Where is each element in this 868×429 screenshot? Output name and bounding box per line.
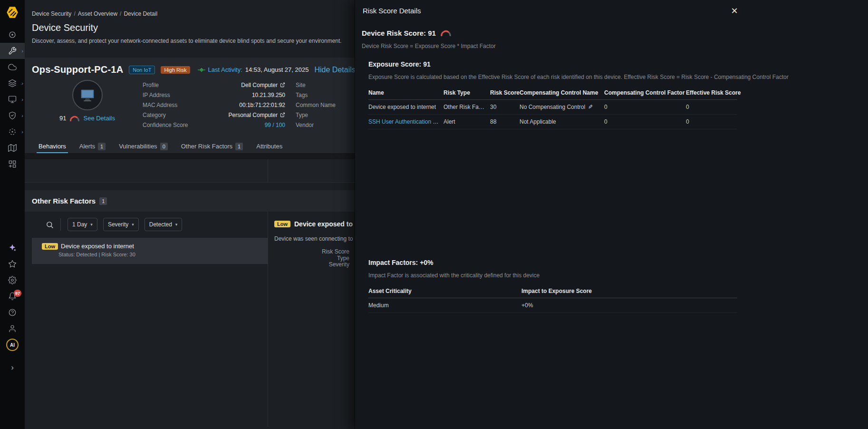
edit-icon[interactable]: ✎ <box>588 104 593 110</box>
cloud-icon <box>8 63 17 71</box>
risk-factor-list-item[interactable]: Low Device exposed to internet Status: D… <box>32 238 268 264</box>
device-risk-score-line: Device Risk Score: 91 <box>362 29 861 37</box>
sidebar-item-map[interactable] <box>0 140 25 156</box>
last-activity: Last Activity: 14:53, August 27, 2025 <box>198 66 309 73</box>
hide-details-link[interactable]: Hide Details <box>314 66 355 74</box>
sidebar-item-ai-profile[interactable]: AI <box>0 337 25 353</box>
exposure-score-section: Exposure Score: 91 Exposure Score is cal… <box>362 60 861 129</box>
sidebar-nav-bottom: 97 AI › <box>0 240 25 376</box>
tab-other-risk-factors[interactable]: Other Risk Factors1 <box>174 139 250 153</box>
tab-behaviors[interactable]: Behaviors <box>32 139 73 153</box>
field-profile: Profile Dell Computer <box>143 80 285 90</box>
impact-table-row: Medium +0% <box>368 298 737 313</box>
sidebar-item-cloud[interactable] <box>0 59 25 75</box>
breadcrumb-device-security[interactable]: Device Security <box>32 10 71 17</box>
sparkle-icon <box>8 244 17 252</box>
sidebar-item-ai-assistant[interactable] <box>0 240 25 256</box>
sidebar-item-apps[interactable] <box>0 156 25 172</box>
tab-count-badge: 0 <box>160 143 168 150</box>
device-avatar-block: 91 See Details <box>32 80 143 130</box>
section-title: Other Risk Factors <box>32 197 96 205</box>
activity-pulse-icon <box>198 68 205 72</box>
chevron-down-icon: ▾ <box>90 222 93 227</box>
sidebar-item-assets[interactable]: › <box>0 75 25 91</box>
search-icon[interactable] <box>46 221 54 229</box>
field-value: 10.21.39.250 <box>252 92 285 98</box>
severity-dropdown[interactable]: Severity ▾ <box>103 218 139 231</box>
exposure-table-row: Device exposed to internet Other Risk Fa… <box>368 100 737 115</box>
target-icon <box>8 30 17 39</box>
risk-factor-status: Status: Detected | Risk Score: 30 <box>58 252 268 257</box>
exposure-score-description: Exposure Score is calculated based on th… <box>368 74 861 80</box>
sidebar-item-help[interactable] <box>0 304 25 321</box>
sidebar-item-devices[interactable]: › <box>0 91 25 107</box>
col-compensating-control-name: Compensating Control Name <box>520 87 604 100</box>
severity-badge: Low <box>274 221 290 227</box>
sidebar-item-settings[interactable] <box>0 272 25 288</box>
sidebar-item-notifications[interactable]: 97 <box>0 288 25 304</box>
sidebar-item-discover[interactable] <box>0 27 25 43</box>
cell-effective-score: 0 <box>686 115 737 129</box>
risk-level-badge: High Risk <box>161 66 190 74</box>
filter-divider <box>60 218 61 231</box>
impact-factors-section: Impact Factors: +0% Impact Factor is ass… <box>362 259 861 313</box>
status-dropdown[interactable]: Detected ▾ <box>145 218 183 231</box>
computer-icon <box>78 88 96 102</box>
detail-label-risk-score: Risk Score <box>274 249 349 255</box>
sidebar-item-favorites[interactable] <box>0 256 25 272</box>
field-label: Confidence Score <box>143 122 188 128</box>
field-label: Site <box>296 82 306 88</box>
exposure-table-row: SSH User Authentication Brute... Alert 8… <box>368 115 737 129</box>
question-icon <box>8 308 17 317</box>
last-activity-label: Last Activity: <box>208 66 242 73</box>
category-link[interactable]: Personal Computer <box>229 112 285 118</box>
col-compensating-control-factor: Compensating Control Factor <box>604 87 686 100</box>
sidebar-expand-button[interactable]: › <box>0 360 25 376</box>
chevron-down-icon: ▾ <box>132 222 134 227</box>
shield-check-icon <box>8 111 17 120</box>
ai-avatar: AI <box>6 339 19 351</box>
cell-control-factor: 0 <box>604 100 686 115</box>
panel-title: Risk Score Details <box>355 0 868 15</box>
brand-logo-icon[interactable] <box>5 5 19 20</box>
sidebar-item-integrations[interactable]: › <box>0 124 25 140</box>
see-details-link[interactable]: See Details <box>83 115 115 122</box>
breadcrumb-device-detail[interactable]: Device Detail <box>124 10 157 17</box>
dashed-circle-icon <box>8 127 17 136</box>
field-value: 00:1b:71:22:01:92 <box>239 102 285 108</box>
field-category: Category Personal Computer <box>143 110 285 120</box>
profile-link[interactable]: Dell Computer <box>241 82 285 88</box>
col-name: Name <box>368 87 444 100</box>
wrench-icon <box>8 47 17 55</box>
monitor-icon <box>8 95 17 104</box>
field-label: Tags <box>296 92 308 98</box>
sidebar-item-user[interactable] <box>0 321 25 337</box>
severity-badge: Low <box>42 243 58 250</box>
close-icon[interactable]: ✕ <box>729 5 740 17</box>
time-range-dropdown[interactable]: 1 Day ▾ <box>68 218 97 231</box>
tab-alerts[interactable]: Alerts1 <box>73 139 112 153</box>
star-icon <box>8 260 17 268</box>
panel-content: Device Risk Score: 91 Device Risk Score … <box>355 29 868 313</box>
chevron-right-icon: › <box>21 80 23 86</box>
device-risk-score-row: 91 See Details <box>59 115 115 122</box>
exposure-table: Name Risk Type Risk Score Compensating C… <box>368 87 737 129</box>
field-label: Type <box>296 112 308 118</box>
cell-control-factor: 0 <box>604 115 686 129</box>
detail-label-severity: Severity <box>274 262 349 268</box>
impact-table-header: Asset Criticality Impact to Exposure Sco… <box>368 285 737 298</box>
cell-criticality: Medium <box>368 298 521 313</box>
tab-vulnerabilities[interactable]: Vulnerabilities0 <box>112 139 174 153</box>
field-label: Common Name <box>296 102 336 108</box>
confidence-score-value: 99 / 100 <box>265 122 285 128</box>
sidebar-item-security-posture[interactable]: › <box>0 107 25 124</box>
impact-factors-description: Impact Factor is associated with the cri… <box>368 272 861 279</box>
alert-detail-link[interactable]: SSH User Authentication Brute... <box>368 118 444 125</box>
field-ip-address: IP Address 10.21.39.250 <box>143 90 285 100</box>
col-effective-risk-score: Effective Risk Score <box>686 87 737 100</box>
tab-attributes[interactable]: Attributes <box>250 139 289 153</box>
sidebar-item-device-security[interactable]: › <box>0 43 25 59</box>
grid-plus-icon <box>8 160 17 168</box>
external-link-icon <box>280 112 285 117</box>
breadcrumb-asset-overview[interactable]: Asset Overview <box>78 10 117 17</box>
